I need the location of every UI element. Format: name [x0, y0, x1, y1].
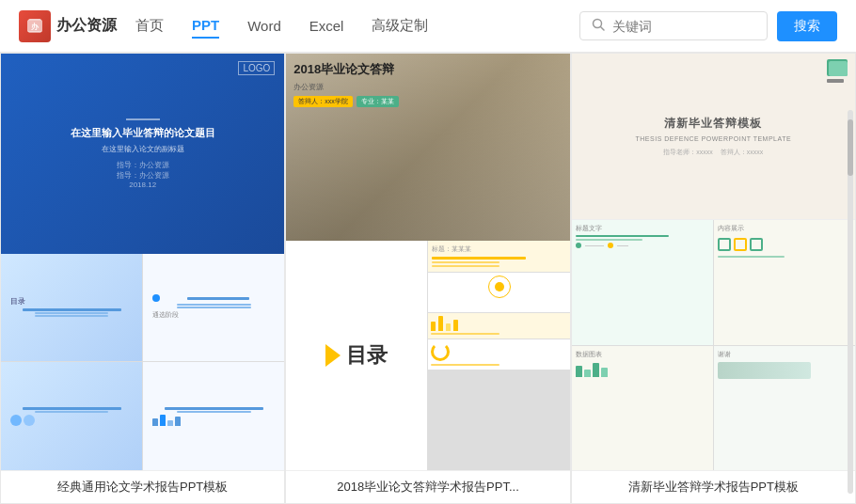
card-3-slide-sub: THESIS DEFENCE POWERPOINT TEMPLATE — [636, 135, 792, 142]
search-icon — [592, 18, 605, 34]
card-1[interactable]: LOGO 在这里输入毕业答辩的论文题目 在这里输入论文的副标题 指导：办公资源 … — [0, 53, 285, 504]
svg-line-5 — [601, 27, 605, 31]
card-3-deco-books — [827, 59, 848, 83]
card-2-slides-grid: 目录 标题：某某某 — [286, 241, 569, 470]
card-1-sub-text: 在这里输入论文的副标题 — [102, 144, 184, 154]
scrollbar[interactable] — [848, 110, 853, 494]
card-1-main-slide: LOGO 在这里输入毕业答辩的论文题目 在这里输入论文的副标题 指导：办公资源 … — [1, 54, 284, 254]
nav-word[interactable]: Word — [247, 14, 281, 38]
main-nav: 首页 PPT Word Excel 高级定制 — [135, 13, 561, 39]
card-3-title: 清新毕业答辩学术报告PPT模板 — [572, 470, 855, 503]
card-1-mini-4 — [143, 362, 284, 470]
card-3-slide-meta: 指导老师：xxxxx 答辩人：xxxxx — [663, 148, 763, 157]
nav-home[interactable]: 首页 — [135, 13, 164, 39]
card-2-slide-r3 — [428, 313, 569, 339]
card-3-slide-title: 清新毕业答辩模板 — [664, 116, 762, 132]
card-1-logo-label: LOGO — [238, 61, 275, 75]
card-2-right-slides: 标题：某某某 — [428, 241, 569, 470]
card-3-mini-1: 标题文字 — [572, 220, 713, 344]
search-box — [579, 11, 768, 40]
card-2-slide-r1: 标题：某某某 — [428, 241, 569, 272]
card-2-slide-r4 — [428, 339, 569, 370]
card-1-mini-2: 通选阶段 — [143, 254, 284, 362]
svg-text:办: 办 — [30, 23, 40, 31]
card-2-author: 办公资源 — [293, 82, 324, 92]
card-2-tag1: 答辩人：xxx学院 — [293, 96, 353, 107]
logo-text: 办公资源 — [56, 16, 117, 36]
search-button[interactable]: 搜索 — [777, 11, 837, 41]
header: 办 办公资源 首页 PPT Word Excel 高级定制 搜索 — [0, 0, 856, 53]
card-grid: LOGO 在这里输入毕业答辩的论文题目 在这里输入论文的副标题 指导：办公资源 … — [0, 53, 856, 504]
search-area: 搜索 — [579, 11, 837, 41]
nav-ppt[interactable]: PPT — [192, 13, 219, 39]
card-3-mini-3: 数据图表 — [572, 346, 713, 470]
scrollbar-thumb — [848, 119, 853, 176]
card-3[interactable]: 清新毕业答辩模板 THESIS DEFENCE POWERPOINT TEMPL… — [571, 53, 856, 504]
card-1-slides-grid: 目录 通选阶段 — [1, 254, 284, 470]
card-2-top-slide: 2018毕业论文答辩 办公资源 答辩人：xxx学院 专业：某某 — [286, 54, 569, 241]
card-2-slide-r2 — [428, 273, 569, 312]
card-3-slides-grid: 标题文字 内容展示 — [572, 220, 855, 470]
toc-arrow-icon — [325, 344, 341, 367]
card-2-title: 2018毕业论文答辩学术报告PPT... — [286, 470, 569, 503]
card-1-preview: LOGO 在这里输入毕业答辩的论文题目 在这里输入论文的副标题 指导：办公资源 … — [1, 54, 284, 470]
card-1-title: 经典通用论文学术报告PPT模板 — [1, 470, 284, 503]
card-1-title-text: 在这里输入毕业答辩的论文题目 — [71, 126, 215, 140]
nav-custom[interactable]: 高级定制 — [372, 13, 428, 39]
card-2[interactable]: 2018毕业论文答辩 办公资源 答辩人：xxx学院 专业：某某 — [285, 53, 570, 504]
card-3-mini-2: 内容展示 — [714, 220, 855, 344]
logo[interactable]: 办 办公资源 — [19, 10, 117, 42]
card-1-mini-3 — [1, 362, 142, 470]
card-3-main-slide: 清新毕业答辩模板 THESIS DEFENCE POWERPOINT TEMPL… — [572, 54, 855, 220]
logo-icon: 办 — [19, 10, 51, 42]
card-3-mini-4: 谢谢 — [714, 346, 855, 470]
card-2-tag2: 专业：某某 — [357, 96, 399, 107]
search-input[interactable] — [612, 19, 744, 34]
card-2-toc-slide: 目录 — [286, 241, 427, 470]
card-2-preview: 2018毕业论文答辩 办公资源 答辩人：xxx学院 专业：某某 — [286, 54, 569, 470]
card-2-slide-title: 2018毕业论文答辩 — [293, 61, 399, 78]
card-1-mini-1: 目录 — [1, 254, 142, 362]
card-3-preview: 清新毕业答辩模板 THESIS DEFENCE POWERPOINT TEMPL… — [572, 54, 855, 470]
nav-excel[interactable]: Excel — [309, 14, 344, 38]
card-2-toc-text: 目录 — [346, 341, 388, 370]
